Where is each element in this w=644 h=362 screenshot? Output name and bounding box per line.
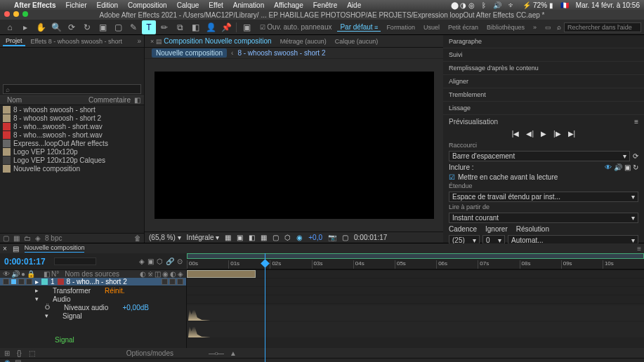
tl-icon1[interactable]: ◈: [139, 257, 145, 265]
vf-icon2[interactable]: ▣: [237, 234, 243, 241]
vf-icon4[interactable]: ▦: [261, 234, 267, 241]
workspace-learn[interactable]: Formation: [383, 24, 418, 31]
interpret-icon[interactable]: ▢: [3, 234, 9, 242]
last-frame-button[interactable]: ▶|: [568, 130, 576, 138]
vf-icon8[interactable]: ▢: [342, 234, 348, 241]
timeline-tab[interactable]: Nouvelle composition: [25, 244, 85, 253]
tl-icon4[interactable]: 🔗: [166, 257, 174, 265]
menu-composition[interactable]: Composition: [128, 1, 167, 9]
tab-composition-prefix[interactable]: × ▤ Composition Nouvelle composition: [147, 36, 275, 46]
tl-icon3[interactable]: ⬡: [157, 257, 163, 265]
project-item[interactable]: Nouvelle composition: [0, 164, 144, 173]
next-frame-button[interactable]: |▶: [553, 130, 561, 138]
bluetooth-icon[interactable]: ᛒ: [482, 1, 486, 9]
panel-smoother[interactable]: Lissage: [443, 102, 644, 115]
tab-layer[interactable]: Calque (aucun): [332, 37, 381, 46]
zoom-out-icon[interactable]: —○—: [209, 349, 223, 357]
wifi-icon[interactable]: ᯤ: [508, 1, 515, 9]
reset-link[interactable]: Réinit.: [105, 287, 124, 295]
workspace-standard[interactable]: Usuel: [421, 24, 442, 31]
selection-tool[interactable]: ▸: [18, 20, 32, 34]
project-item[interactable]: Express...loopOut After effects: [0, 139, 144, 147]
preview-title[interactable]: Prévisualisation: [449, 118, 498, 126]
label-color[interactable]: [41, 279, 48, 285]
lock-toggle[interactable]: [26, 279, 32, 285]
volume-icon[interactable]: 🔊: [493, 1, 501, 9]
viewer-time[interactable]: 0:00:01:17: [354, 234, 387, 241]
menu-animation[interactable]: Animation: [233, 1, 264, 9]
timeline-tracks[interactable]: [187, 270, 644, 348]
panel-wiggler[interactable]: Tremblement: [443, 88, 644, 102]
zoom-slider[interactable]: ▲: [230, 349, 237, 357]
solo-toggle[interactable]: [18, 279, 25, 285]
workspace-default[interactable]: Par défaut ≡: [337, 23, 381, 32]
twirl-icon[interactable]: ▸: [35, 278, 39, 286]
solo-col-icon[interactable]: ●: [21, 270, 25, 278]
sw2[interactable]: [169, 279, 176, 285]
zoom-tool[interactable]: 🔍: [49, 20, 63, 34]
menu-edit[interactable]: Edition: [96, 1, 118, 9]
composition-canvas[interactable]: [155, 72, 434, 219]
audio-clip[interactable]: [187, 270, 256, 278]
exposure[interactable]: +0,0: [308, 234, 322, 241]
new-folder-icon[interactable]: 🗀: [24, 234, 31, 242]
col-comment[interactable]: Commentaire: [85, 96, 134, 105]
panel-menu-icon[interactable]: ≡: [634, 118, 638, 126]
project-filter-input[interactable]: ⌕: [3, 84, 141, 94]
workspace-reset-icon[interactable]: ▭: [542, 24, 554, 31]
vf-icon3[interactable]: ◧: [249, 234, 255, 241]
tl-icon2[interactable]: ▣: [147, 257, 154, 265]
fx-icon[interactable]: ※: [147, 270, 153, 278]
clock[interactable]: Mar. 14 févr. à 10:56: [576, 1, 640, 9]
brace-icon[interactable]: {}: [17, 349, 22, 357]
range-select[interactable]: Espace de travail étendu par inst...▾: [449, 192, 638, 202]
close-tab-icon[interactable]: ×: [3, 245, 7, 253]
vf-icon6[interactable]: ⬡: [284, 234, 291, 241]
camera-tool[interactable]: ▣: [96, 20, 110, 34]
tab-footage[interactable]: Métrage (aucun): [277, 37, 329, 46]
menu-view[interactable]: Affichage: [274, 1, 303, 9]
eye-toggle[interactable]: [3, 279, 9, 285]
lock-col-icon[interactable]: 🔒: [27, 270, 35, 278]
minimize-window-button[interactable]: [13, 11, 19, 17]
snapshot-icon[interactable]: 📷: [328, 234, 336, 241]
auto-open-panels[interactable]: ☑ Ouv. auto. panneaux: [257, 23, 335, 31]
chevron-left-icon[interactable]: ‹: [231, 49, 233, 57]
eraser-tool[interactable]: ◧: [188, 20, 202, 34]
brush-tool[interactable]: ✏: [157, 20, 171, 34]
3d-icon[interactable]: ◈: [178, 270, 183, 278]
adjustment-icon[interactable]: ◐: [170, 270, 176, 278]
puppet-tool[interactable]: 📌: [219, 20, 233, 34]
orbit-tool[interactable]: ⟳: [65, 20, 79, 34]
status-icon1[interactable]: ◉: [4, 358, 11, 362]
source-name-col[interactable]: Nom des sources: [65, 270, 119, 278]
eye-col-icon[interactable]: 👁: [3, 270, 10, 278]
panel-menu-icon[interactable]: »: [137, 37, 141, 45]
tl-icon5[interactable]: ⊙: [177, 257, 183, 265]
status-icon2[interactable]: ▤: [15, 358, 21, 362]
help-search-input[interactable]: Rechercher dans l'aide: [564, 22, 641, 32]
vf-icon7[interactable]: ◉: [296, 234, 303, 241]
rotate-tool[interactable]: ↻: [80, 20, 94, 34]
adjust-icon[interactable]: ◈: [35, 234, 41, 242]
workspace-small[interactable]: Petit écran: [445, 24, 481, 31]
zoom-dropdown[interactable]: (65,8 %) ▾: [149, 234, 181, 241]
col-name[interactable]: Nom: [0, 96, 85, 105]
menu-layer[interactable]: Calque: [177, 1, 199, 9]
menu-app[interactable]: After Effects: [14, 1, 55, 9]
prev-frame-button[interactable]: ◀|: [526, 130, 534, 138]
sw1[interactable]: [162, 279, 168, 285]
tab-project[interactable]: Projet: [3, 36, 25, 46]
zoom-window-button[interactable]: [22, 11, 28, 17]
resolution-dropdown[interactable]: Intégrale ▾: [187, 234, 220, 241]
composition-viewer[interactable]: [145, 59, 443, 232]
prop-transform[interactable]: ▸ TransformerRéinit.: [0, 286, 186, 295]
home-icon[interactable]: ⌂: [3, 20, 17, 34]
include-audio-icon[interactable]: 🔊: [614, 163, 622, 171]
snap-icon[interactable]: ▣: [239, 20, 254, 34]
layer-row[interactable]: ▸ 1 8 - who...h - short 2: [0, 278, 186, 286]
col-label-icon[interactable]: ◧: [134, 96, 144, 105]
prop-waveform[interactable]: ▾ Signal: [0, 311, 186, 320]
layer-name[interactable]: 8 - who...h - short 2: [67, 278, 127, 286]
audio-level-value[interactable]: +0,00dB: [122, 304, 149, 311]
